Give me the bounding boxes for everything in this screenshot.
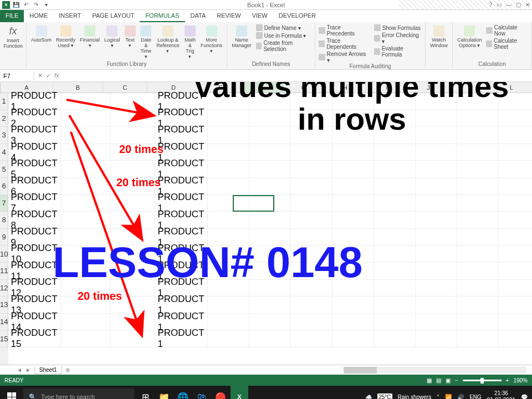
cell-K8[interactable]: [457, 212, 499, 229]
cell-F4[interactable]: [249, 144, 291, 161]
maximize-icon[interactable]: ▢: [516, 2, 521, 8]
cell-I11[interactable]: [374, 263, 416, 280]
view-normal-icon[interactable]: ▦: [427, 377, 432, 383]
cell-C2[interactable]: [111, 110, 155, 127]
cell-F11[interactable]: [249, 263, 291, 280]
row-header-1[interactable]: 1: [0, 93, 8, 110]
cell-B1[interactable]: [61, 93, 111, 110]
cell-B15[interactable]: [61, 330, 111, 347]
cell-C15[interactable]: [111, 330, 155, 347]
ribbon-options-icon[interactable]: ▭: [497, 2, 502, 8]
cell-C5[interactable]: [111, 161, 155, 178]
cancel-formula-icon[interactable]: ✕: [38, 72, 43, 79]
cell-I4[interactable]: [374, 144, 416, 161]
col-header-C[interactable]: C: [103, 82, 147, 93]
cell-J14[interactable]: [416, 314, 457, 331]
cell-E9[interactable]: [208, 229, 249, 246]
sheet-nav-prev[interactable]: ◄: [17, 367, 22, 373]
cell-F13[interactable]: [249, 296, 291, 314]
name-manager-button[interactable]: Name Manager: [231, 24, 253, 52]
cell-B6[interactable]: [61, 178, 111, 195]
zoom-level[interactable]: 190%: [513, 377, 528, 383]
cell-B10[interactable]: [61, 245, 111, 263]
cell-L9[interactable]: [499, 229, 532, 246]
cell-F12[interactable]: [249, 280, 291, 297]
sheet-tab-sheet1[interactable]: Sheet1: [34, 366, 62, 374]
task-view-icon[interactable]: ⊞: [136, 386, 154, 399]
cell-J11[interactable]: [416, 263, 457, 280]
cell-H5[interactable]: [332, 161, 374, 178]
cell-F5[interactable]: [249, 161, 291, 178]
edge-icon[interactable]: 🌐: [174, 386, 192, 399]
math-button[interactable]: Math & Trig ▾: [183, 24, 197, 61]
cell-I5[interactable]: [374, 161, 416, 178]
sheet-nav-next[interactable]: ►: [25, 367, 31, 373]
row-header-4[interactable]: 4: [0, 144, 8, 161]
col-header-I[interactable]: I: [366, 82, 408, 93]
logical-button[interactable]: Logical ▾: [103, 24, 121, 61]
cell-H8[interactable]: [332, 212, 374, 229]
zoom-slider[interactable]: [463, 380, 502, 381]
cell-K5[interactable]: [457, 161, 499, 178]
cell-L8[interactable]: [499, 212, 532, 229]
cell-B12[interactable]: [61, 280, 111, 297]
col-header-G[interactable]: G: [283, 82, 325, 93]
tab-developer[interactable]: DEVELOPER: [273, 10, 321, 22]
cell-K15[interactable]: [457, 330, 499, 347]
autosum-button[interactable]: AutoSum: [30, 24, 53, 61]
tray-network-icon[interactable]: 📶: [445, 394, 452, 400]
cell-F3[interactable]: [249, 127, 291, 144]
explorer-icon[interactable]: 📁: [155, 386, 173, 399]
calc-calculate-now[interactable]: Calculate Now: [486, 24, 528, 37]
cell-J15[interactable]: [416, 330, 457, 347]
financial-button[interactable]: Financial ▾: [79, 24, 101, 61]
cell-I1[interactable]: [374, 93, 416, 110]
cell-B5[interactable]: [61, 161, 111, 178]
tab-data[interactable]: DATA: [185, 10, 212, 22]
cell-K6[interactable]: [457, 178, 499, 195]
tray-volume-icon[interactable]: 🔊: [457, 394, 464, 400]
cell-K10[interactable]: [457, 245, 499, 263]
cell-G6[interactable]: [291, 178, 332, 195]
cell-B9[interactable]: [61, 229, 111, 246]
cell-I12[interactable]: [374, 280, 416, 297]
cell-J2[interactable]: [416, 110, 457, 127]
cell-G9[interactable]: [291, 229, 332, 246]
defname-use-in-formula-[interactable]: Use in Formula ▾: [256, 32, 311, 39]
cell-G1[interactable]: [291, 93, 332, 110]
save-icon[interactable]: 💾: [12, 1, 20, 9]
cell-E7[interactable]: [208, 195, 249, 212]
recently-button[interactable]: Recently Used ▾: [55, 24, 76, 61]
cell-I2[interactable]: [374, 110, 416, 127]
defname-define-name-[interactable]: Define Name ▾: [256, 24, 311, 31]
cell-B8[interactable]: [61, 212, 111, 229]
name-box[interactable]: F7: [0, 71, 34, 80]
cell-H14[interactable]: [332, 314, 374, 331]
tab-review[interactable]: REVIEW: [211, 10, 246, 22]
cell-J8[interactable]: [416, 212, 457, 229]
cell-F6[interactable]: [249, 178, 291, 195]
col-header-H[interactable]: H: [325, 82, 366, 93]
audit-trace-precedents[interactable]: Trace Precedents: [319, 24, 369, 37]
tray-clock[interactable]: 21:36 01-07-2021: [487, 390, 515, 399]
cell-G4[interactable]: [291, 144, 332, 161]
cell-H4[interactable]: [332, 144, 374, 161]
cell-H15[interactable]: [332, 330, 374, 347]
cell-H2[interactable]: [332, 110, 374, 127]
add-sheet-button[interactable]: ⊕: [65, 367, 70, 373]
cell-B13[interactable]: [61, 296, 111, 314]
cell-J13[interactable]: [416, 296, 457, 314]
cell-L12[interactable]: [499, 280, 532, 297]
redo-icon[interactable]: ↷: [32, 1, 40, 9]
tab-file[interactable]: FILE: [0, 10, 24, 22]
cell-I6[interactable]: [374, 178, 416, 195]
cell-F1[interactable]: [249, 93, 291, 110]
cell-G15[interactable]: [291, 330, 332, 347]
cell-F9[interactable]: [249, 229, 291, 246]
cell-B3[interactable]: [61, 127, 111, 144]
cell-E2[interactable]: [208, 110, 249, 127]
cell-E8[interactable]: [208, 212, 249, 229]
cell-E6[interactable]: [208, 178, 249, 195]
cell-G2[interactable]: [291, 110, 332, 127]
cell-J10[interactable]: [416, 245, 457, 263]
